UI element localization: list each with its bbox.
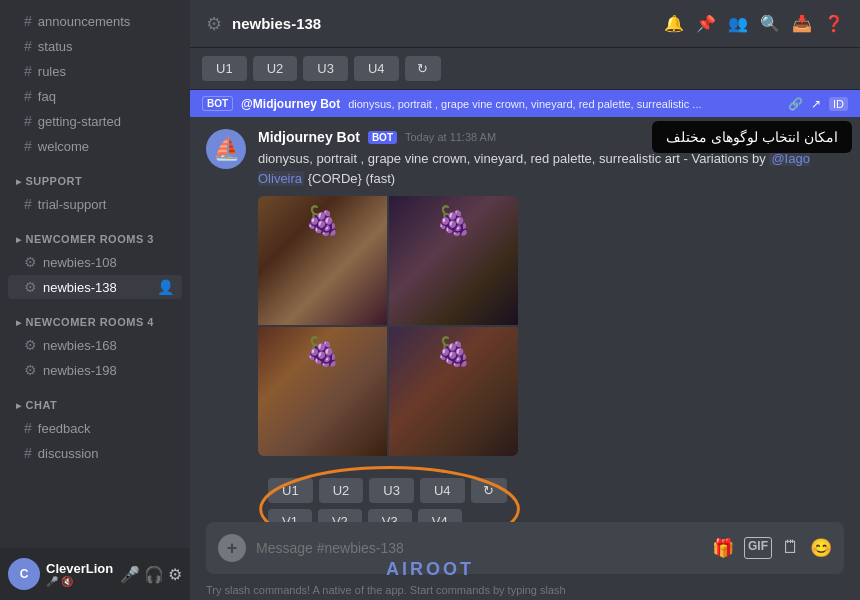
headphone-icon[interactable]: 🎧 — [144, 565, 164, 584]
image-cell-2 — [389, 196, 518, 325]
channel-rules[interactable]: # rules — [8, 59, 182, 83]
top-buttons-row: U1 U2 U3 U4 ↻ — [190, 48, 860, 90]
channel-header-icon: ⚙ — [206, 13, 222, 35]
action-v4[interactable]: V4 — [418, 509, 462, 522]
u-buttons-row: U1 U2 U3 U4 ↻ — [268, 478, 507, 503]
upscale-btn-u3[interactable]: U3 — [303, 56, 348, 81]
hash-icon: ⚙ — [24, 254, 37, 270]
action-v3[interactable]: V3 — [368, 509, 412, 522]
refresh-btn-top[interactable]: ↻ — [405, 56, 441, 81]
message-input[interactable] — [256, 540, 702, 556]
message-avatar: ⛵ — [206, 129, 246, 169]
grape-cluster-1 — [298, 204, 348, 244]
image-cell-4 — [389, 327, 518, 456]
channel-discussion[interactable]: # discussion — [8, 441, 182, 465]
chat-area: امکان انتخاب لوگوهای مختلف ⛵ Midjourney … — [190, 117, 860, 522]
channel-header-name: newbies-138 — [232, 15, 321, 32]
message: ⛵ Midjourney Bot BOT Today at 11:38 AM d… — [206, 129, 844, 522]
channel-header: ⚙ newbies-138 🔔 📌 👥 🔍 📥 ❓ — [190, 0, 860, 48]
grape-cluster-4 — [429, 335, 479, 375]
action-u2[interactable]: U2 — [319, 478, 364, 503]
help-icon[interactable]: ❓ — [824, 14, 844, 33]
notification-content: dionysus, portrait , grape vine crown, v… — [348, 98, 701, 110]
tooltip-text: امکان انتخاب لوگوهای مختلف — [666, 129, 838, 145]
inbox-icon[interactable]: 📥 — [792, 14, 812, 33]
channel-newbies-198[interactable]: ⚙ newbies-198 — [8, 358, 182, 382]
action-u3[interactable]: U3 — [369, 478, 414, 503]
upscale-btn-u1[interactable]: U1 — [202, 56, 247, 81]
hash-icon: # — [24, 445, 32, 461]
action-u4[interactable]: U4 — [420, 478, 465, 503]
newcomer4-section-header[interactable]: NEWCOMER RooMs 4 — [0, 300, 190, 332]
channel-welcome[interactable]: # welcome — [8, 134, 182, 158]
avatar: C — [8, 558, 40, 590]
channel-newbies-168[interactable]: ⚙ newbies-168 — [8, 333, 182, 357]
bot-badge: BOT — [368, 131, 397, 144]
channel-faq[interactable]: # faq — [8, 84, 182, 108]
action-refresh[interactable]: ↻ — [471, 478, 507, 503]
chat-section-header[interactable]: CHAT — [0, 383, 190, 415]
hash-icon: ⚙ — [24, 279, 37, 295]
gif-icon[interactable]: GIF — [744, 537, 772, 559]
hash-icon: # — [24, 63, 32, 79]
message-text: dionysus, portrait , grape vine crown, v… — [258, 149, 844, 188]
action-buttons-area: U1 U2 U3 U4 ↻ V1 V2 V3 V4 — [258, 464, 527, 522]
channel-newbies-138[interactable]: ⚙ newbies-138 👤 — [8, 275, 182, 299]
grape-cluster-2 — [429, 204, 479, 244]
channel-announcements[interactable]: # announcements — [8, 9, 182, 33]
channel-newbies-108[interactable]: ⚙ newbies-108 — [8, 250, 182, 274]
v-buttons-row: V1 V2 V3 V4 — [268, 509, 507, 522]
user-bar: C CleverLion 🎤 🔇 🎤 🎧 ⚙ — [0, 548, 190, 600]
hash-icon: # — [24, 196, 32, 212]
channel-feedback[interactable]: # feedback — [8, 416, 182, 440]
message-author: Midjourney Bot — [258, 129, 360, 145]
user-controls[interactable]: 🎤 🎧 ⚙ — [120, 565, 182, 584]
action-v2[interactable]: V2 — [318, 509, 362, 522]
action-v1[interactable]: V1 — [268, 509, 312, 522]
channel-status[interactable]: # status — [8, 34, 182, 58]
newcomer3-section-header[interactable]: NEWCOMER ROOMS 3 — [0, 217, 190, 249]
mic-icon[interactable]: 🎤 — [120, 565, 140, 584]
user-status: 🎤 🔇 — [46, 576, 114, 587]
header-actions: 🔔 📌 👥 🔍 📥 ❓ — [664, 14, 844, 33]
add-button[interactable]: + — [218, 534, 246, 562]
copy-icon[interactable]: 🔗 — [788, 97, 803, 111]
action-u1[interactable]: U1 — [268, 478, 313, 503]
channel-list: # announcements # status # rules # faq #… — [0, 0, 190, 548]
upscale-btn-u2[interactable]: U2 — [253, 56, 298, 81]
grape-cluster-3 — [298, 335, 348, 375]
emoji-icon[interactable]: 😊 — [810, 537, 832, 559]
settings-icon[interactable]: ⚙ — [168, 565, 182, 584]
gift-icon[interactable]: 🎁 — [712, 537, 734, 559]
channel-getting-started[interactable]: # getting-started — [8, 109, 182, 133]
image-cell-3 — [258, 327, 387, 456]
sidebar: # announcements # status # rules # faq #… — [0, 0, 190, 600]
hash-icon: # — [24, 113, 32, 129]
support-section-header[interactable]: SUPPORT — [0, 159, 190, 191]
message-timestamp: Today at 11:38 AM — [405, 131, 496, 143]
tooltip-box: امکان انتخاب لوگوهای مختلف — [652, 121, 852, 153]
image-grid — [258, 196, 518, 456]
notification-mention: @Midjourney Bot — [241, 97, 340, 111]
share-icon[interactable]: ↗ — [811, 97, 821, 111]
notification-bar: BOT @Midjourney Bot dionysus, portrait ,… — [190, 90, 860, 117]
pin-icon[interactable]: 📌 — [696, 14, 716, 33]
bottom-hint: Try slash commands! A native of the app.… — [190, 582, 860, 600]
notification-actions: 🔗 ↗ ID — [788, 97, 848, 111]
hash-icon: # — [24, 13, 32, 29]
user-info: CleverLion 🎤 🔇 — [46, 561, 114, 587]
channel-trial-support[interactable]: # trial-support — [8, 192, 182, 216]
hash-icon: # — [24, 88, 32, 104]
hash-icon: # — [24, 38, 32, 54]
sticker-icon[interactable]: 🗒 — [782, 537, 800, 559]
hash-icon: ⚙ — [24, 337, 37, 353]
hash-icon: # — [24, 420, 32, 436]
search-icon[interactable]: 🔍 — [760, 14, 780, 33]
hash-icon: ⚙ — [24, 362, 37, 378]
bell-icon[interactable]: 🔔 — [664, 14, 684, 33]
image-cell-1 — [258, 196, 387, 325]
id-icon[interactable]: ID — [829, 97, 848, 111]
upscale-btn-u4[interactable]: U4 — [354, 56, 399, 81]
members-icon[interactable]: 👥 — [728, 14, 748, 33]
input-bar: + 🎁 GIF 🗒 😊 — [206, 522, 844, 574]
